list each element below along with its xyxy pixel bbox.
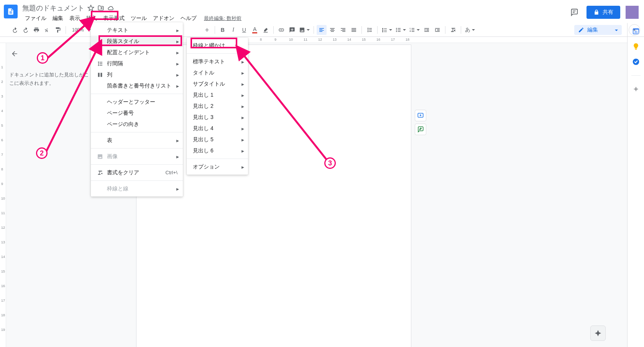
normal-text-item[interactable]: 標準テキスト▸ — [187, 56, 248, 67]
increase-indent-button[interactable] — [432, 25, 442, 35]
text-color-button[interactable]: A — [250, 25, 260, 35]
redo-button[interactable] — [21, 25, 31, 35]
svg-point-0 — [396, 28, 397, 29]
borders-shading-item[interactable]: 枠線と網かけ — [187, 40, 248, 51]
toolbar-separator — [314, 26, 314, 34]
share-button[interactable]: 共有 — [586, 6, 620, 19]
heading-5-item[interactable]: 見出し 5▸ — [187, 134, 248, 145]
side-panel: 31 — [627, 23, 644, 347]
font-size-increase-button[interactable] — [202, 25, 212, 35]
format-headers-footers-item[interactable]: ヘッダーとフッター — [91, 96, 183, 107]
highlight-color-button[interactable] — [261, 25, 271, 35]
menu-file[interactable]: ファイル — [22, 14, 49, 23]
print-button[interactable] — [31, 25, 41, 35]
input-tools-button[interactable]: あ — [464, 25, 476, 35]
account-avatar[interactable] — [626, 6, 639, 19]
document-title[interactable]: 無題のドキュメント — [22, 3, 84, 13]
bold-button[interactable]: B — [218, 25, 228, 35]
outline-collapse-button[interactable] — [9, 48, 20, 59]
insert-link-button[interactable] — [276, 25, 286, 35]
page-side-buttons — [415, 110, 426, 135]
title-item[interactable]: タイトル▸ — [187, 67, 248, 78]
align-center-button[interactable] — [327, 25, 337, 35]
toolbar-separator — [461, 26, 461, 34]
heading-6-item[interactable]: 見出し 6▸ — [187, 145, 248, 156]
subtitle-item[interactable]: サブタイトル▸ — [187, 78, 248, 89]
menu-insert[interactable]: 挿入 — [84, 14, 100, 23]
tasks-icon[interactable] — [632, 58, 640, 66]
bulleted-list-button[interactable] — [394, 25, 407, 35]
cloud-status-icon[interactable] — [107, 5, 114, 12]
format-text-item[interactable]: テキスト▸ — [91, 25, 183, 36]
mode-switcher[interactable]: 編集 — [574, 25, 622, 35]
svg-rect-7 — [635, 49, 637, 50]
format-line-spacing-item[interactable]: 行間隔▸ — [91, 58, 183, 69]
clear-formatting-button[interactable] — [448, 25, 458, 35]
format-clear-item[interactable]: 書式をクリアCtrl+\ — [91, 167, 183, 178]
suggest-edits-side-button[interactable] — [415, 124, 426, 135]
mode-label: 編集 — [587, 26, 598, 33]
title-block: 無題のドキュメント ファイル 編集 表示 挿入 表示形式 ツール アドオン ヘル… — [22, 3, 567, 23]
titlebar: 無題のドキュメント ファイル 編集 表示 挿入 表示形式 ツール アドオン ヘル… — [0, 0, 644, 23]
spellcheck-button[interactable] — [42, 25, 52, 35]
heading-3-item[interactable]: 見出し 3▸ — [187, 112, 248, 123]
format-borders-lines-item: 枠線と線▸ — [91, 183, 183, 194]
share-button-label: 共有 — [603, 9, 613, 16]
menu-help[interactable]: ヘルプ — [178, 14, 199, 23]
toolbar-separator — [377, 26, 378, 34]
toolbar-separator — [361, 26, 362, 34]
toolbar-separator — [215, 26, 215, 34]
explore-button[interactable] — [590, 326, 606, 341]
decrease-indent-button[interactable] — [422, 25, 432, 35]
collapse-toolbar-button[interactable] — [629, 24, 640, 36]
svg-rect-10 — [100, 73, 102, 77]
zoom-dropdown[interactable]: 100% — [69, 25, 92, 35]
heading-4-item[interactable]: 見出し 4▸ — [187, 123, 248, 134]
italic-button[interactable]: I — [228, 25, 238, 35]
format-bullets-item[interactable]: 箇条書きと番号付きリスト▸ — [91, 80, 183, 91]
docs-app-icon[interactable] — [4, 5, 18, 18]
format-columns-item[interactable]: 列▸ — [91, 69, 183, 80]
undo-button[interactable] — [10, 25, 20, 35]
format-image-item: 画像▸ — [91, 151, 183, 162]
align-right-button[interactable] — [338, 25, 348, 35]
line-spacing-button[interactable] — [365, 25, 375, 35]
checklist-button[interactable] — [380, 25, 393, 35]
format-align-indent-item[interactable]: 配置とインデント▸ — [91, 47, 183, 58]
move-folder-icon[interactable] — [97, 5, 104, 12]
vertical-ruler[interactable]: 12345678910111213141516171819 — [0, 43, 6, 347]
menu-tools[interactable]: ツール — [128, 14, 150, 23]
align-justify-button[interactable] — [349, 25, 359, 35]
menu-addons[interactable]: アドオン — [150, 14, 177, 23]
format-paragraph-styles-item[interactable]: 段落スタイル▸ — [91, 36, 183, 47]
open-comments-button[interactable] — [567, 5, 581, 19]
svg-point-2 — [396, 31, 397, 32]
menu-view[interactable]: 表示 — [67, 14, 83, 23]
paint-format-button[interactable] — [53, 25, 63, 35]
format-menu-dropdown: テキスト▸ 段落スタイル▸ 配置とインデント▸ 行間隔▸ 列▸ 箇条書きと番号付… — [91, 22, 183, 197]
add-comment-side-button[interactable] — [415, 110, 426, 121]
toolbar-separator — [273, 26, 274, 34]
toolbar-separator — [66, 26, 66, 34]
numbered-list-button[interactable] — [408, 25, 421, 35]
outline-placeholder-text: ドキュメントに追加した見出しがここに表示されます。 — [9, 71, 90, 88]
insert-comment-button[interactable] — [287, 25, 297, 35]
underline-button[interactable]: U — [239, 25, 249, 35]
svg-point-1 — [396, 29, 397, 30]
menu-format[interactable]: 表示形式 — [100, 14, 127, 23]
format-page-numbers-item[interactable]: ページ番号 — [91, 107, 183, 119]
toolbar-separator — [445, 26, 445, 34]
paragraph-styles-submenu: 枠線と網かけ 標準テキスト▸ タイトル▸ サブタイトル▸ 見出し 1▸ 見出し … — [187, 38, 248, 175]
format-page-orientation-item[interactable]: ページの向き — [91, 119, 183, 130]
insert-image-button[interactable] — [298, 25, 311, 35]
options-item[interactable]: オプション▸ — [187, 161, 248, 172]
star-icon[interactable] — [87, 5, 94, 12]
menu-edit[interactable]: 編集 — [50, 14, 66, 23]
add-addon-icon[interactable] — [632, 85, 640, 93]
last-edit-link[interactable]: 最終編集: 数秒前 — [204, 15, 242, 22]
format-table-item[interactable]: 表▸ — [91, 135, 183, 146]
keep-icon[interactable] — [632, 42, 640, 51]
align-left-button[interactable] — [317, 25, 327, 35]
heading-2-item[interactable]: 見出し 2▸ — [187, 101, 248, 112]
heading-1-item[interactable]: 見出し 1▸ — [187, 89, 248, 101]
